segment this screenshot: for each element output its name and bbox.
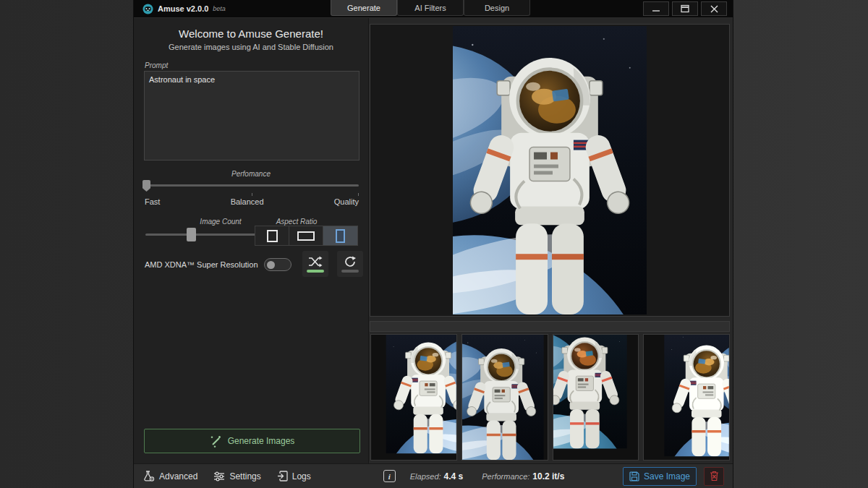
- aspect-ratio-portrait-button[interactable]: [323, 226, 357, 245]
- image-count-slider-thumb[interactable]: [187, 228, 196, 241]
- image-results-panel: [369, 18, 733, 463]
- maximize-icon: [681, 4, 689, 13]
- generated-image-thumb-2: [462, 335, 548, 460]
- elapsed-label: Elapsed:: [410, 472, 441, 481]
- settings-label: Settings: [229, 471, 260, 481]
- minimize-icon: [652, 4, 660, 13]
- tab-ai-filters[interactable]: AI Filters: [397, 0, 464, 16]
- mode-icon-toggles: [302, 251, 363, 277]
- thumbnail-2[interactable]: [461, 334, 548, 461]
- status-bar: Advanced Settings Logs: [134, 463, 733, 488]
- generated-image-thumb-4: [644, 335, 729, 460]
- save-floppy-icon: [629, 471, 639, 481]
- performance-stat: Performance: 10.2 it/s: [482, 471, 564, 481]
- super-resolution-label: AMD XDNA™ Super Resolution: [145, 260, 258, 269]
- logs-label: Logs: [292, 471, 311, 481]
- logs-button[interactable]: Logs: [277, 471, 311, 481]
- performance-slider-thumb[interactable]: [142, 180, 150, 192]
- minimize-button[interactable]: [643, 1, 669, 16]
- tab-generate[interactable]: Generate: [331, 0, 397, 16]
- magic-wand-icon: [210, 435, 222, 448]
- aspect-ratio-group: [255, 226, 358, 246]
- amuse-logo-icon: [142, 4, 153, 14]
- thumbnail-1[interactable]: [370, 334, 457, 461]
- generated-image-thumb-1: [371, 335, 456, 460]
- window-controls: [643, 1, 727, 16]
- prompt-input[interactable]: Astronaut in space: [144, 71, 359, 160]
- info-button[interactable]: i: [383, 470, 396, 482]
- generate-settings-panel: Welcome to Amuse Generate! Generate imag…: [134, 18, 369, 463]
- desktop-background: Amuse v2.0.0 beta Generate AI Filters De…: [0, 0, 868, 488]
- shuffle-icon: [308, 256, 323, 267]
- generated-image-thumb-3: [553, 335, 639, 460]
- thumbnail-scrollbar[interactable]: [370, 321, 730, 332]
- elapsed-value: 4.4 s: [444, 471, 464, 481]
- app-title: Amuse v2.0.0: [158, 4, 208, 13]
- performance-stat-value: 10.2 it/s: [532, 471, 564, 481]
- page-subtitle: Generate images using AI and Stable Diff…: [134, 43, 368, 51]
- aspect-ratio-label: Aspect Ratio: [257, 218, 336, 226]
- maximize-button[interactable]: [672, 1, 698, 16]
- elapsed-stat: Elapsed: 4.4 s: [410, 471, 464, 481]
- slider-tick: [358, 193, 359, 196]
- shuffle-toggle-button[interactable]: [302, 251, 328, 277]
- settings-sliders-icon: [213, 471, 225, 481]
- slider-tick: [252, 193, 252, 196]
- performance-option-fast[interactable]: Fast: [145, 197, 160, 206]
- performance-option-quality[interactable]: Quality: [334, 197, 359, 206]
- super-resolution-toggle[interactable]: [264, 258, 292, 271]
- prompt-label: Prompt: [145, 61, 168, 69]
- close-button[interactable]: [701, 1, 727, 16]
- performance-option-balanced[interactable]: Balanced: [231, 197, 264, 206]
- advanced-button[interactable]: Advanced: [142, 471, 197, 481]
- super-resolution-row: AMD XDNA™ Super Resolution: [145, 258, 292, 271]
- main-image-preview[interactable]: [370, 24, 730, 317]
- page-title: Welcome to Amuse Generate!: [134, 27, 368, 40]
- performance-slider-label: Perfomance: [134, 170, 368, 178]
- flask-icon: [142, 471, 155, 481]
- generated-image-main: [453, 26, 647, 314]
- amuse-app-window: Amuse v2.0.0 beta Generate AI Filters De…: [134, 0, 733, 488]
- thumbnail-3[interactable]: [553, 334, 639, 461]
- app-version-badge: beta: [213, 5, 226, 12]
- save-image-button[interactable]: Save Image: [623, 467, 697, 486]
- aspect-ratio-landscape-button[interactable]: [289, 226, 323, 245]
- aspect-ratio-square-button[interactable]: [255, 226, 289, 245]
- portrait-ratio-icon: [336, 229, 345, 243]
- save-image-label: Save Image: [644, 471, 690, 481]
- delete-image-button[interactable]: [704, 467, 724, 486]
- shuffle-active-indicator: [307, 270, 324, 273]
- tab-design[interactable]: Design: [464, 0, 530, 16]
- generate-images-label: Generate Images: [228, 436, 295, 446]
- toggle-knob: [267, 261, 275, 269]
- info-icon: i: [388, 472, 391, 481]
- titlebar: Amuse v2.0.0 beta Generate AI Filters De…: [134, 0, 733, 18]
- refresh-icon: [344, 256, 357, 267]
- performance-stat-label: Performance:: [482, 472, 529, 481]
- refresh-toggle-button[interactable]: [337, 251, 363, 277]
- settings-button[interactable]: Settings: [213, 471, 260, 481]
- refresh-inactive-indicator: [341, 270, 359, 273]
- close-icon: [710, 5, 718, 13]
- app-identity: Amuse v2.0.0 beta: [134, 4, 226, 14]
- logs-icon: [277, 471, 288, 481]
- landscape-ratio-icon: [297, 231, 315, 241]
- performance-slider-track[interactable]: [145, 184, 359, 187]
- thumbnail-gallery: [370, 334, 730, 461]
- square-ratio-icon: [267, 230, 278, 242]
- performance-options: Fast Balanced Quality: [145, 197, 359, 206]
- generate-images-button[interactable]: Generate Images: [144, 429, 360, 453]
- trash-icon: [710, 471, 719, 481]
- thumbnail-4[interactable]: [643, 334, 730, 461]
- main-tabs: Generate AI Filters Design: [331, 0, 530, 16]
- advanced-label: Advanced: [159, 471, 197, 481]
